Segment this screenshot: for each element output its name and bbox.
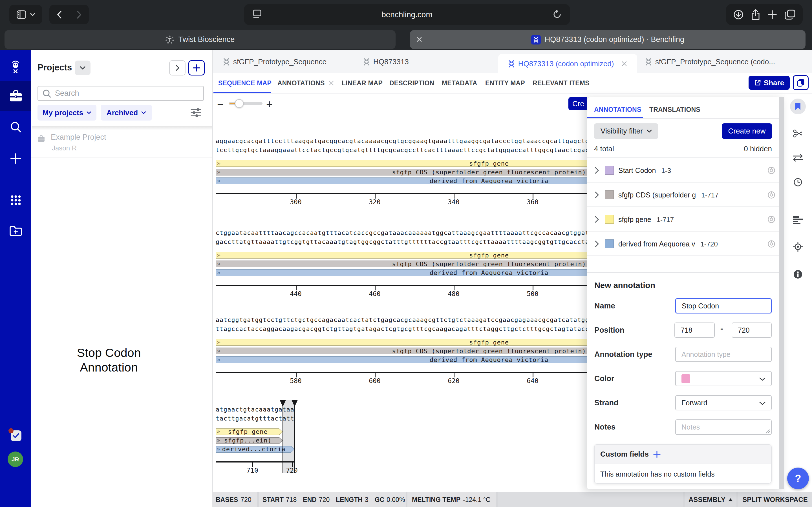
sequence-forward-strand[interactable]: aatcggtgatggtcctgttctgctgccagacaatcactat…	[216, 317, 587, 323]
projects-search[interactable]: Search	[38, 86, 204, 101]
view-tab-linear-map[interactable]: LINEAR MAP	[342, 73, 383, 93]
annotation-bar-gene[interactable]: »sfgfp gene	[216, 160, 587, 167]
annotation-bar-cds[interactable]: »sfgfp...ein)	[216, 437, 283, 444]
sidebar-item-projects[interactable]	[0, 81, 31, 111]
annotation-bar-derived[interactable]: »derived from Aequorea victoria	[216, 356, 587, 363]
doc-tab-sfgfp[interactable]: sfGFP_Prototype_Sequence	[223, 50, 326, 73]
sidebar-toggle-button[interactable]	[9, 5, 42, 24]
annotation-row[interactable]: sfgfp gene1-717	[587, 207, 784, 231]
filter-chip-archived[interactable]: Archived	[101, 105, 152, 121]
view-tab-annotations[interactable]: ANNOTATIONS	[277, 73, 334, 93]
back-button[interactable]	[49, 11, 69, 18]
bookmark-tool[interactable]	[790, 99, 806, 114]
history-tool[interactable]	[794, 178, 802, 187]
view-tab-relevant-items[interactable]: RELEVANT ITEMS	[532, 73, 590, 93]
browser-tab-twist[interactable]: Twist Bioscience	[4, 30, 396, 49]
selection-line-end[interactable]	[294, 400, 295, 473]
name-input[interactable]: Stop Codon	[675, 298, 772, 314]
annotation-bar-cds[interactable]: »sfgfp CDS (superfolder green fluorescen…	[216, 348, 587, 354]
chevron-right-icon[interactable]	[595, 167, 599, 174]
filter-chip-my-projects[interactable]: My projects	[38, 105, 96, 121]
close-tab-icon[interactable]	[621, 61, 627, 67]
annotation-row[interactable]: sfgfp CDS (superfolder g1-717	[587, 182, 784, 207]
notes-input[interactable]: Notes	[675, 419, 772, 435]
doc-tab-hq[interactable]: HQ873313	[363, 50, 409, 73]
sidebar-item-apps[interactable]	[0, 188, 31, 212]
reload-icon[interactable]	[553, 10, 562, 19]
split-workspace-button[interactable]: SPLIT WORKSPACE	[738, 492, 812, 507]
sequence-forward-strand[interactable]: aggaacgcacgatttcctttaaggatgacggcacgtacaa…	[216, 138, 587, 145]
strand-select[interactable]: Forward	[675, 395, 772, 410]
projects-type-dropdown[interactable]	[75, 61, 91, 75]
benchling-logo[interactable]	[7, 59, 24, 76]
info-tool[interactable]	[794, 270, 802, 279]
annotation-bar-gene[interactable]: »sfgfp gene	[216, 252, 587, 259]
selection-handle-start[interactable]	[280, 400, 286, 407]
annotation-bar-derived[interactable]: »derived from Aequorea victoria	[216, 269, 587, 276]
new-project-button[interactable]	[188, 60, 205, 75]
forward-button[interactable]	[69, 11, 89, 18]
selection-line-start[interactable]	[283, 400, 283, 473]
eye-icon[interactable]	[767, 167, 775, 174]
tab-overview-icon[interactable]	[784, 10, 795, 20]
downloads-icon[interactable]	[733, 10, 744, 20]
zoom-out-icon[interactable]: −	[217, 98, 225, 108]
help-button[interactable]: ?	[787, 467, 809, 489]
close-view-tab-icon[interactable]	[328, 80, 334, 86]
translate-tool[interactable]	[792, 154, 804, 162]
annotation-bar-derived[interactable]: »derived from Aequorea victoria	[216, 177, 587, 184]
sidebar-item-tasks[interactable]	[11, 431, 21, 441]
sequence-reverse-strand[interactable]: tccttgcgtgctaaaggaaattcctactgccgtgcatgtt…	[216, 147, 587, 154]
annotation-bar-cds[interactable]: »sfgfp CDS (superfolder green fluorescen…	[216, 261, 587, 267]
position-end-input[interactable]: 720	[732, 323, 772, 338]
panel-scrollbar[interactable]	[779, 97, 784, 489]
eye-icon[interactable]	[767, 240, 775, 247]
url-bar[interactable]: benchling.com	[244, 4, 570, 25]
share-icon[interactable]	[751, 9, 760, 20]
chevron-right-icon[interactable]	[595, 216, 599, 223]
sequence-reverse-strand[interactable]: ttagccactaccaggacaagacgacggtctgttagtgata…	[216, 326, 587, 332]
view-tab-entity-map[interactable]: ENTITY MAP	[485, 73, 525, 93]
annotation-type-input[interactable]: Annotation type	[675, 347, 772, 362]
annotation-row[interactable]: Start Codon1-3	[587, 158, 784, 182]
annotation-bar-gene[interactable]: »sfgfp gene	[216, 429, 283, 435]
chevron-right-icon[interactable]	[595, 240, 599, 247]
digest-tool[interactable]	[793, 129, 803, 138]
sidebar-item-search[interactable]	[0, 115, 31, 139]
view-tab-metadata[interactable]: METADATA	[442, 73, 477, 93]
zoom-slider-handle[interactable]	[235, 99, 244, 108]
create-button-clipped[interactable]: Cre	[568, 97, 587, 110]
projects-collapse-button[interactable]	[169, 60, 186, 75]
filter-settings-icon[interactable]	[191, 108, 201, 118]
annotation-bar-cds[interactable]: »sfgfp CDS (superfolder green fluorescen…	[216, 169, 587, 175]
create-new-button[interactable]: Create new	[722, 123, 772, 139]
sequence-reverse-strand[interactable]: gaccttatgttaaaattgtcggtgttacaaatgtagtggc…	[216, 238, 587, 245]
primers-tool[interactable]	[793, 242, 803, 252]
eye-icon[interactable]	[767, 216, 775, 223]
sidebar-item-create[interactable]	[0, 147, 31, 171]
project-list-item[interactable]: Example Project Jason R	[38, 133, 207, 156]
share-button[interactable]: Share	[749, 76, 790, 90]
annotation-bar-gene[interactable]: »sfgfp gene	[216, 339, 587, 346]
view-tab-sequence-map[interactable]: SEQUENCE MAP	[218, 73, 271, 93]
position-start-input[interactable]: 718	[674, 323, 715, 338]
view-tab-description[interactable]: DESCRIPTION	[389, 73, 434, 93]
add-custom-field-icon[interactable]	[653, 451, 661, 458]
assembly-button[interactable]: ASSEMBLY	[685, 492, 737, 507]
sidebar-item-registry[interactable]	[0, 219, 31, 243]
workspace-copy-button[interactable]	[793, 75, 809, 90]
panel-tab-translations[interactable]: TRANSLATIONS	[649, 102, 700, 117]
user-avatar[interactable]: JR	[8, 452, 23, 467]
browser-tab-benchling[interactable]: HQ873313 (codon optimized) · Benchling	[410, 30, 806, 49]
selection-handle-end[interactable]	[292, 400, 298, 407]
annotation-row[interactable]: derived from Aequorea v1-720	[587, 231, 784, 256]
alignment-tool[interactable]	[793, 216, 803, 224]
chevron-right-icon[interactable]	[595, 191, 599, 198]
sequence-forward-strand[interactable]: ctggaatacaattttaacagccacaatgtttacatcaccg…	[216, 230, 587, 236]
panel-tab-annotations[interactable]: ANNOTATIONS	[594, 102, 641, 117]
new-tab-icon[interactable]	[767, 10, 777, 19]
doc-tab-sfgfp-codo[interactable]: sfGFP_Prototype_Sequence (codo...	[645, 50, 775, 73]
zoom-in-icon[interactable]: +	[266, 98, 274, 108]
visibility-filter-button[interactable]: Visibility filter	[594, 123, 658, 139]
eye-icon[interactable]	[767, 191, 775, 199]
